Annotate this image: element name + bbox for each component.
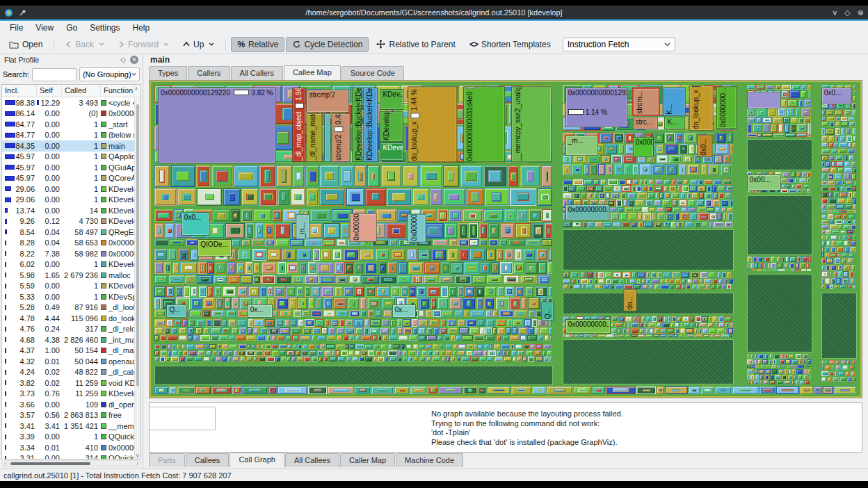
treemap-empty-region[interactable]	[747, 139, 812, 170]
treemap-cell[interactable]: 0x00000000...	[565, 319, 611, 333]
tab-types[interactable]: Types	[149, 66, 187, 80]
table-row[interactable]: 29.060.001KDevelop::	[2, 184, 134, 195]
treemap-cell[interactable]: 0x...	[392, 304, 417, 318]
table-row[interactable]: 86.140.00(0)0x0000000	[2, 108, 134, 120]
treemap-cell[interactable]: strc...	[633, 117, 659, 129]
table-row[interactable]: 3.340.014100x0000000	[2, 442, 134, 453]
table-row[interactable]: 8.227.3858 9820x0000000	[2, 248, 134, 259]
table-row[interactable]: 84.350.001main	[2, 140, 134, 152]
table-row[interactable]: 98.3812.293 493<cycle 42>	[2, 97, 134, 108]
table-row[interactable]: 9.260.124 730KDevelop::	[2, 216, 134, 227]
forward-button[interactable]: Forward	[112, 37, 175, 52]
event-type-select[interactable]: Instruction Fetch	[563, 38, 675, 51]
treemap-cell[interactable]: 0x0...	[182, 212, 209, 236]
graph-overview-box[interactable]	[149, 407, 216, 430]
treemap-cell[interactable]: do_lookup_x1.44 %	[408, 86, 457, 162]
scroll-left-icon[interactable]: ‹	[4, 460, 6, 467]
table-row[interactable]: 5.280.4987 916_dl_lookup	[2, 302, 134, 314]
menu-item-go[interactable]: Go	[61, 22, 83, 34]
table-row[interactable]: 4.784.44115 096do_lookup	[2, 313, 134, 324]
treemap-cell[interactable]: Q...	[541, 302, 554, 320]
treemap-cell[interactable]: _dl_name_match_p1.04 %	[306, 113, 322, 162]
table-row[interactable]: 8.280.0458 6530x0000000	[2, 238, 134, 249]
table-header[interactable]: Incl. Self Called Function ∧	[2, 85, 140, 97]
treemap-empty-region[interactable]	[821, 293, 857, 359]
table-row[interactable]: 4.760.24317_dl_reloca	[2, 324, 134, 335]
treemap-cell[interactable]: KDevel...::Bucke...	[380, 143, 403, 161]
treemap-cell[interactable]: QIODe...	[198, 239, 232, 257]
maximize-button[interactable]: ◇	[844, 8, 850, 17]
cycle-detection-toggle[interactable]: Cycle Detection	[286, 37, 369, 52]
menu-item-settings[interactable]: Settings	[84, 22, 125, 34]
treemap-empty-region[interactable]	[747, 274, 812, 352]
table-row[interactable]: 3.570.562 863 813free	[2, 410, 134, 421]
table-row[interactable]: 4.240.0248 822_dl_catch_	[2, 367, 134, 378]
tab-callers[interactable]: Callers	[188, 66, 230, 80]
table-row[interactable]: 3.660.00109dl_open_w	[2, 399, 134, 410]
treemap-empty-region[interactable]	[563, 339, 734, 384]
tab-machine-code[interactable]: Machine Code	[396, 453, 463, 467]
open-button[interactable]: Open	[3, 37, 49, 52]
treemap-cell[interactable]: 0x000000000031d4e01.28 %	[463, 86, 505, 162]
menu-item-view[interactable]: View	[30, 22, 59, 34]
back-button[interactable]: Back	[59, 37, 111, 52]
treemap-cell[interactable]: 0x00...	[747, 174, 781, 190]
tab-call-graph[interactable]: Call Graph	[230, 453, 284, 467]
table-row[interactable]: 84.770.001_start	[2, 119, 134, 130]
tab-source-code[interactable]: Source Code	[341, 66, 404, 80]
table-row[interactable]: 45.970.001QGuiApplic	[2, 162, 134, 173]
table-row[interactable]: 4.371.0050 154_dl_map_o	[2, 345, 134, 357]
table-row[interactable]: 3.310.00314QQuickW	[2, 453, 134, 459]
table-row[interactable]: 3.820.0211 259void KDev	[2, 377, 134, 389]
treemap-cell[interactable]: 0x00000000001292201.14 %	[565, 88, 628, 127]
shorten-templates-toggle[interactable]: <> Shorten Templates	[463, 37, 557, 52]
table-row[interactable]: 6.020.001KDevelop::	[2, 259, 134, 270]
treemap-cell[interactable]: _m...	[565, 136, 598, 156]
table-row[interactable]: 13.740.0014KDevelop::	[2, 205, 134, 216]
table-row[interactable]: 29.060.001KDevelop::	[2, 195, 134, 206]
search-input[interactable]	[32, 68, 77, 81]
table-row[interactable]: 45.970.001QApplicati	[2, 152, 134, 163]
tab-all-callers[interactable]: All Callers	[231, 66, 284, 80]
menu-item-help[interactable]: Help	[127, 22, 156, 34]
horizontal-scrollbar[interactable]: ‹ ›	[1, 460, 141, 467]
treemap-empty-region[interactable]	[563, 229, 734, 270]
grouping-select[interactable]: (No Grouping)	[79, 67, 140, 81]
table-row[interactable]: 3.390.001QQuickVie	[2, 432, 134, 443]
treemap-cell[interactable]	[324, 113, 330, 162]
close-button[interactable]: ⊗	[858, 8, 864, 17]
float-dock-icon[interactable]: ◇	[120, 56, 126, 63]
tab-callee-map[interactable]: Callee Map	[284, 65, 341, 80]
treemap-cell[interactable]: 0x000000...	[350, 213, 377, 242]
table-row[interactable]: 5.590.001KDevelop::	[2, 281, 134, 292]
scrollbar-thumb[interactable]	[136, 104, 139, 387]
treemap-cell[interactable]: strcmp'2	[306, 90, 348, 113]
table-row[interactable]: 8.540.0458 497QRegExp::	[2, 227, 134, 238]
treemap-empty-region[interactable]	[563, 293, 734, 315]
treemap-cell[interactable]: 0x0...	[697, 135, 712, 157]
treemap-cell[interactable]: _dl_map_object1.96 %	[292, 88, 305, 162]
treemap-cell[interactable]: 0x0000000...	[716, 86, 737, 129]
treemap-cell[interactable]: do_lookup_x0.43 %	[689, 86, 714, 131]
treemap-cell[interactable]: strcm...	[632, 88, 660, 116]
treemap-empty-region[interactable]	[154, 366, 553, 385]
treemap-cell[interactable]: 0x0...	[821, 88, 851, 104]
treemap-cell[interactable]: K...	[664, 117, 685, 129]
tab-callees[interactable]: Callees	[186, 453, 230, 467]
table-row[interactable]: 45.970.001QCoreAppl	[2, 173, 134, 184]
treemap-cell[interactable]: 0x...	[248, 304, 273, 318]
treemap-cell[interactable]: Q...	[166, 304, 186, 318]
treemap-cell[interactable]: KDevelop::Bucket<KDevel...	[352, 88, 362, 162]
table-row[interactable]: 84.770.001(below mai	[2, 130, 134, 141]
treemap-cell[interactable]: _in...	[296, 214, 310, 239]
callee-treemap[interactable]: 0x00000000001292203.82 %_dl_map_object1.…	[151, 82, 860, 396]
treemap-cell[interactable]: 0x00000000...	[565, 204, 609, 220]
vertical-scrollbar[interactable]: ∨	[134, 97, 140, 459]
table-row[interactable]: 3.730.7611 259KDevelop::	[2, 389, 134, 400]
treemap-cell[interactable]: 0x000000...	[408, 214, 426, 243]
treemap-cell[interactable]: KDevelop::Buc...	[380, 111, 403, 142]
treemap-cell[interactable]	[747, 92, 780, 109]
tab-caller-map[interactable]: Caller Map	[340, 453, 395, 467]
tab-parts[interactable]: Parts	[149, 453, 185, 467]
treemap-cell[interactable]: strcmp'20.43 %	[332, 113, 351, 162]
